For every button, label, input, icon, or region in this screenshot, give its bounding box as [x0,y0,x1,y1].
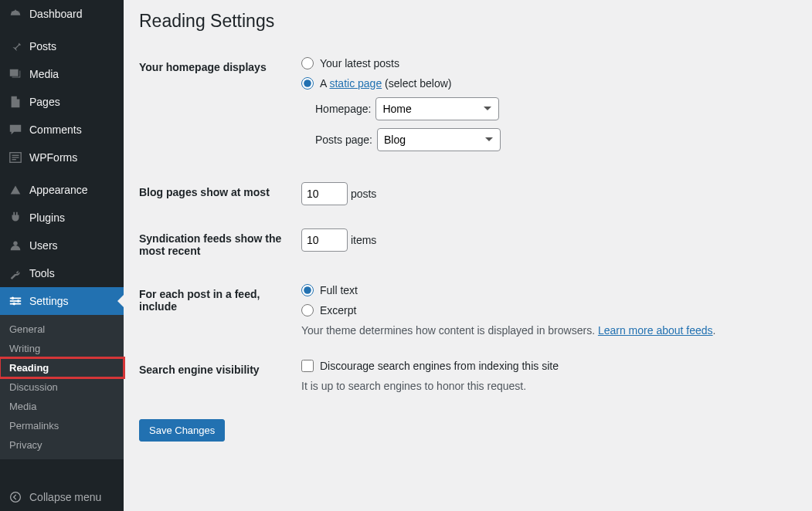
main-content: Reading Settings Your homepage displays … [124,0,812,511]
radio-latest-posts[interactable] [301,57,314,69]
dashboard-icon [8,6,23,22]
homepage-select-label: Homepage: [315,103,371,115]
media-icon [8,66,23,82]
svg-point-9 [17,299,20,303]
radio-excerpt-label: Excerpt [320,304,356,316]
collapse-icon [8,489,23,505]
blog-pages-input[interactable] [301,182,348,205]
sidebar-item-label: Posts [29,40,56,52]
page-title: Reading Settings [139,11,797,32]
sidebar-item-label: Settings [29,295,69,307]
label-blog-pages: Blog pages show at most [139,171,294,217]
blog-pages-suffix: posts [351,188,376,200]
submenu-item-permalinks[interactable]: Permalinks [0,416,124,435]
radio-excerpt[interactable] [301,304,314,316]
sidebar-item-label: Plugins [29,212,65,224]
svg-point-11 [11,492,21,503]
settings-form: Your homepage displays Your latest posts… [139,46,797,404]
sidebar-item-users[interactable]: Users [0,232,124,259]
sidebar-item-pages[interactable]: Pages [0,88,124,116]
checkbox-discourage-search[interactable] [301,360,314,372]
submenu-item-writing[interactable]: Writing [0,339,124,358]
label-homepage-displays: Your homepage displays [139,46,294,171]
plugins-icon [8,210,23,225]
label-syndication: Syndication feeds show the most recent [139,217,294,272]
radio-static-page-label: A static page (select below) [320,77,451,90]
tools-icon [8,266,23,281]
submenu-item-reading[interactable]: Reading [0,358,124,377]
submenu-item-privacy[interactable]: Privacy [0,435,124,455]
comments-icon [8,122,23,137]
learn-more-feeds-link[interactable]: Learn more about feeds [598,324,713,337]
feed-description: Your theme determines how content is dis… [301,324,789,337]
radio-static-page[interactable] [301,77,314,90]
checkbox-discourage-label: Discourage search engines from indexing … [320,360,559,372]
sidebar-item-settings[interactable]: Settings [0,287,124,315]
submenu-item-general[interactable]: General [0,320,124,339]
wpforms-icon [8,150,23,165]
sidebar-item-label: Pages [29,96,60,108]
svg-point-4 [13,242,17,245]
svg-point-10 [12,303,15,306]
sidebar-item-label: Comments [29,124,82,136]
sidebar-item-dashboard[interactable]: Dashboard [0,0,124,28]
sidebar-item-plugins[interactable]: Plugins [0,204,124,232]
sidebar-item-media[interactable]: Media [0,60,124,88]
sidebar-item-tools[interactable]: Tools [0,259,124,287]
syndication-suffix: items [351,234,376,246]
radio-full-text[interactable] [301,284,314,296]
svg-point-8 [12,297,15,300]
search-visibility-desc: It is up to search engines to honor this… [301,380,789,392]
pages-icon [8,94,23,110]
homepage-select[interactable]: Home [375,97,499,120]
settings-icon [8,293,23,309]
pin-icon [8,39,23,54]
submenu-item-media[interactable]: Media [0,397,124,416]
appearance-icon [8,182,23,198]
posts-page-select-label: Posts page: [315,134,372,146]
sidebar-item-label: Appearance [29,184,88,196]
sidebar-item-label: Tools [29,267,55,279]
admin-sidebar: Dashboard Posts Media Pages Comments WPF… [0,0,124,511]
sidebar-item-label: Dashboard [29,8,83,20]
sidebar-item-comments[interactable]: Comments [0,116,124,144]
save-changes-button[interactable]: Save Changes [139,419,225,442]
users-icon [8,238,23,253]
static-page-link[interactable]: static page [329,77,382,90]
sidebar-item-appearance[interactable]: Appearance [0,176,124,204]
submenu-item-discussion[interactable]: Discussion [0,377,124,397]
settings-submenu: General Writing Reading Discussion Media… [0,315,124,459]
posts-page-select[interactable]: Blog [377,128,501,151]
label-feed-include: For each post in a feed, include [139,272,294,348]
label-search-visibility: Search engine visibility [139,348,294,404]
radio-full-text-label: Full text [320,284,358,296]
collapse-menu[interactable]: Collapse menu [0,483,124,511]
radio-latest-posts-label: Your latest posts [320,57,399,69]
sidebar-item-wpforms[interactable]: WPForms [0,144,124,171]
sidebar-item-posts[interactable]: Posts [0,32,124,60]
syndication-input[interactable] [301,228,348,252]
sidebar-item-label: Media [29,68,59,80]
sidebar-item-label: Users [29,239,58,252]
sidebar-item-label: WPForms [29,151,77,164]
collapse-label: Collapse menu [29,491,101,503]
